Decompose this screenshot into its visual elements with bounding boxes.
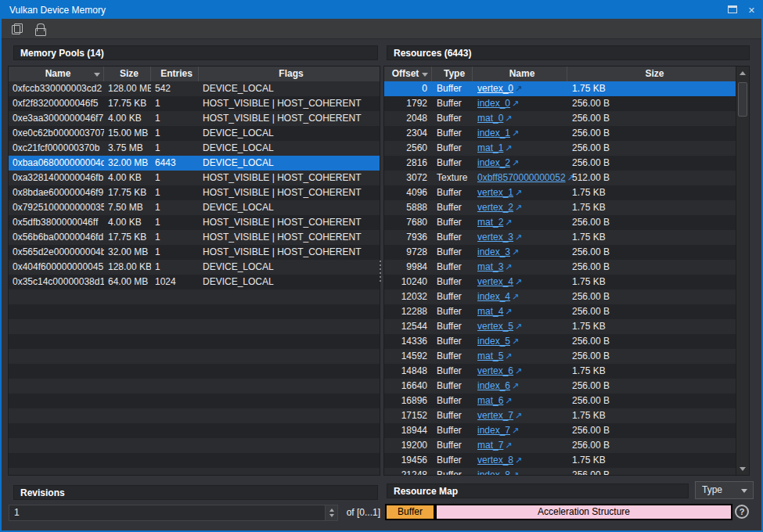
open-resource-icon[interactable]: ↗ bbox=[515, 188, 522, 197]
resource-link[interactable]: mat_4 bbox=[477, 306, 503, 317]
resource-link[interactable]: mat_6 bbox=[477, 395, 503, 406]
resource-row[interactable]: 12032Bufferindex_4↗256.00 B bbox=[384, 289, 737, 304]
resource-link[interactable]: vertex_8 bbox=[477, 455, 513, 466]
column-header-flags[interactable]: Flags bbox=[199, 66, 380, 81]
column-header-offset[interactable]: Offset bbox=[384, 66, 432, 81]
spin-up-icon[interactable] bbox=[329, 509, 334, 512]
resource-link[interactable]: mat_2 bbox=[477, 217, 503, 228]
scrollbar-thumb[interactable] bbox=[738, 82, 747, 117]
spin-down-icon[interactable] bbox=[329, 514, 334, 517]
close-icon[interactable]: ✕ bbox=[748, 6, 755, 14]
open-resource-icon[interactable]: ↗ bbox=[512, 158, 519, 167]
title-bar[interactable]: Vulkan Device Memory ✕ bbox=[2, 2, 761, 19]
resource-link[interactable]: index_1 bbox=[477, 128, 510, 138]
memory-pool-row[interactable]: 0xfccb330000003cd2128.00 MB542DEVICE_LOC… bbox=[9, 81, 380, 96]
resource-row[interactable]: 14336Bufferindex_5↗256.00 B bbox=[384, 334, 737, 349]
open-resource-icon[interactable]: ↗ bbox=[512, 292, 519, 301]
open-resource-icon[interactable]: ↗ bbox=[512, 128, 519, 138]
resource-row[interactable]: 1792Bufferindex_0↗256.00 B bbox=[384, 96, 737, 111]
memory-pool-row[interactable]: 0x8bdae600000046f917.75 KB1HOST_VISIBLE … bbox=[9, 185, 380, 200]
memory-pool-row[interactable]: 0xa3281400000046fb4.00 KB1HOST_VISIBLE |… bbox=[9, 171, 380, 185]
column-header-name[interactable]: Name bbox=[9, 66, 104, 81]
open-resource-icon[interactable]: ↗ bbox=[512, 426, 519, 435]
resource-row[interactable]: 2304Bufferindex_1↗256.00 B bbox=[384, 126, 737, 141]
resource-row[interactable]: 14592Buffermat_5↗256.00 B bbox=[384, 349, 737, 364]
resource-row[interactable]: 0Buffervertex_0↗1.75 KB bbox=[384, 81, 737, 96]
resource-link[interactable]: vertex_4 bbox=[477, 276, 513, 287]
resource-link[interactable]: index_5 bbox=[477, 336, 510, 347]
resource-link[interactable]: 0xbff8570000000052 bbox=[477, 172, 566, 183]
open-resource-icon[interactable]: ↗ bbox=[515, 84, 522, 93]
resource-link[interactable]: mat_3 bbox=[477, 261, 503, 272]
resource-row[interactable]: 12288Buffermat_4↗256.00 B bbox=[384, 304, 737, 319]
resource-link[interactable]: vertex_2 bbox=[477, 202, 513, 213]
resource-link[interactable]: index_6 bbox=[477, 380, 510, 391]
float-window-icon[interactable] bbox=[728, 2, 737, 19]
open-resource-icon[interactable]: ↗ bbox=[505, 143, 512, 153]
resource-link[interactable]: index_7 bbox=[477, 425, 510, 436]
scroll-down-button[interactable] bbox=[736, 462, 749, 475]
resource-row[interactable]: 2816Bufferindex_2↗256.00 B bbox=[384, 156, 737, 171]
resource-row[interactable]: 12544Buffervertex_5↗1.75 KB bbox=[384, 319, 737, 334]
memory-pool-row[interactable]: 0x35c14c00000038d164.00 MB1024DEVICE_LOC… bbox=[9, 275, 380, 289]
open-resource-icon[interactable]: ↗ bbox=[515, 366, 522, 376]
open-resource-icon[interactable]: ↗ bbox=[505, 217, 512, 227]
copy-button[interactable] bbox=[8, 21, 25, 37]
resource-row[interactable]: 19200Buffermat_7↗256.00 B bbox=[384, 438, 737, 453]
resource-row[interactable]: 3072Texture0xbff8570000000052↗512.00 B bbox=[384, 171, 737, 185]
resource-row[interactable]: 10240Buffervertex_4↗1.75 KB bbox=[384, 275, 737, 289]
resource-row[interactable]: 7680Buffermat_2↗256.00 B bbox=[384, 215, 737, 230]
open-resource-icon[interactable]: ↗ bbox=[512, 99, 519, 108]
open-resource-icon[interactable]: ↗ bbox=[515, 232, 522, 242]
resource-row[interactable]: 9984Buffermat_3↗256.00 B bbox=[384, 260, 737, 275]
resource-link[interactable]: vertex_6 bbox=[477, 365, 513, 376]
open-resource-icon[interactable]: ↗ bbox=[505, 396, 512, 405]
resource-link[interactable]: index_2 bbox=[477, 157, 510, 168]
resource-map-segment[interactable]: Acceleration Structure bbox=[435, 504, 732, 520]
resource-row[interactable]: 21248Bufferindex_8↗256.00 B bbox=[384, 468, 737, 476]
memory-pool-row[interactable]: 0xe3aa3000000046f74.00 KB1HOST_VISIBLE |… bbox=[9, 111, 380, 126]
resource-row[interactable]: 16896Buffermat_6↗256.00 B bbox=[384, 394, 737, 408]
resource-row[interactable]: 19456Buffervertex_8↗1.75 KB bbox=[384, 453, 737, 468]
resource-map-segment[interactable]: Buffer bbox=[385, 504, 435, 520]
open-resource-icon[interactable]: ↗ bbox=[505, 307, 512, 316]
resource-link[interactable]: index_0 bbox=[477, 98, 510, 109]
resource-row[interactable]: 2560Buffermat_1↗256.00 B bbox=[384, 141, 737, 156]
resource-link[interactable]: vertex_3 bbox=[477, 232, 513, 243]
resource-link[interactable]: index_3 bbox=[477, 246, 510, 257]
resource-row[interactable]: 17152Buffervertex_7↗1.75 KB bbox=[384, 408, 737, 423]
resource-row[interactable]: 18944Bufferindex_7↗256.00 B bbox=[384, 423, 737, 438]
open-resource-icon[interactable]: ↗ bbox=[505, 262, 512, 271]
resource-row[interactable]: 14848Buffervertex_6↗1.75 KB bbox=[384, 364, 737, 379]
column-header-name[interactable]: Name bbox=[473, 66, 567, 81]
column-header-size[interactable]: Size bbox=[104, 66, 151, 81]
open-resource-icon[interactable]: ↗ bbox=[512, 336, 519, 346]
resource-link[interactable]: mat_7 bbox=[477, 440, 503, 451]
open-resource-icon[interactable]: ↗ bbox=[515, 322, 522, 331]
memory-pool-row[interactable]: 0xc21fcf000000370b3.75 MB1DEVICE_LOCAL bbox=[9, 141, 380, 156]
resource-link[interactable]: mat_1 bbox=[477, 142, 503, 153]
resource-link[interactable]: vertex_0 bbox=[477, 83, 513, 94]
resource-link[interactable]: vertex_1 bbox=[477, 187, 513, 198]
memory-pool-row[interactable]: 0xbaa068000000004d32.00 MB6443DEVICE_LOC… bbox=[9, 156, 380, 171]
memory-pool-row[interactable]: 0x56b6ba00000046fd17.75 KB1HOST_VISIBLE … bbox=[9, 230, 380, 245]
revision-spinbox[interactable]: 1 bbox=[9, 505, 338, 521]
open-resource-icon[interactable]: ↗ bbox=[515, 411, 522, 420]
memory-pool-row[interactable]: 0x5dfb3800000046ff4.00 KB1HOST_VISIBLE |… bbox=[9, 215, 380, 230]
memory-pool-row[interactable]: 0x79251000000000357.50 MB1DEVICE_LOCAL bbox=[9, 200, 380, 215]
resource-row[interactable]: 9728Bufferindex_3↗256.00 B bbox=[384, 245, 737, 260]
open-resource-icon[interactable]: ↗ bbox=[515, 203, 522, 212]
open-resource-icon[interactable]: ↗ bbox=[512, 381, 519, 390]
lock-button[interactable] bbox=[31, 21, 49, 37]
column-header-entries[interactable]: Entries bbox=[151, 66, 199, 81]
resource-row[interactable]: 5888Buffervertex_2↗1.75 KB bbox=[384, 200, 737, 215]
resource-row[interactable]: 7936Buffervertex_3↗1.75 KB bbox=[384, 230, 737, 245]
resource-link[interactable]: index_4 bbox=[477, 291, 510, 302]
memory-pool-row[interactable]: 0x404f600000000045128.00 KB1DEVICE_LOCAL bbox=[9, 260, 380, 275]
resource-row[interactable]: 16640Bufferindex_6↗256.00 B bbox=[384, 379, 737, 394]
memory-pool-row[interactable]: 0xf2f83200000046f517.75 KB1HOST_VISIBLE … bbox=[9, 96, 380, 111]
open-resource-icon[interactable]: ↗ bbox=[512, 470, 519, 476]
resources-scrollbar[interactable] bbox=[736, 66, 749, 475]
panel-splitter[interactable] bbox=[378, 66, 383, 476]
resource-link[interactable]: vertex_5 bbox=[477, 321, 513, 332]
